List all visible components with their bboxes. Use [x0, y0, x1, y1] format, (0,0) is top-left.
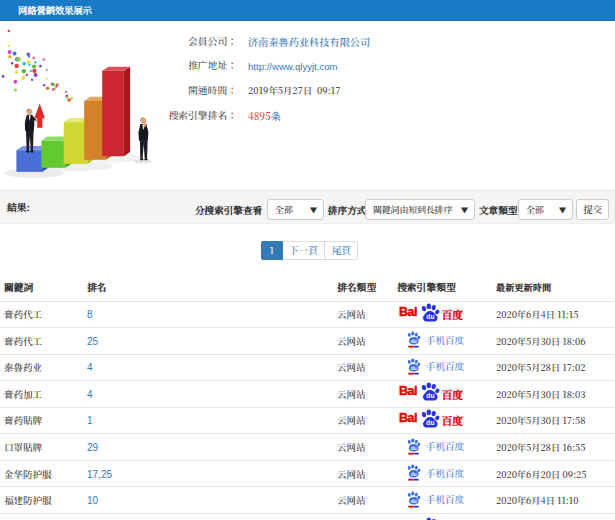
- svg-text:du: du: [411, 445, 417, 450]
- svg-text:du: du: [411, 366, 417, 371]
- svg-text:du: du: [426, 392, 434, 399]
- svg-text:du: du: [426, 313, 434, 320]
- svg-text:du: du: [411, 498, 417, 503]
- svg-text:du: du: [411, 472, 417, 477]
- svg-text:du: du: [411, 339, 417, 344]
- svg-text:du: du: [426, 419, 434, 426]
